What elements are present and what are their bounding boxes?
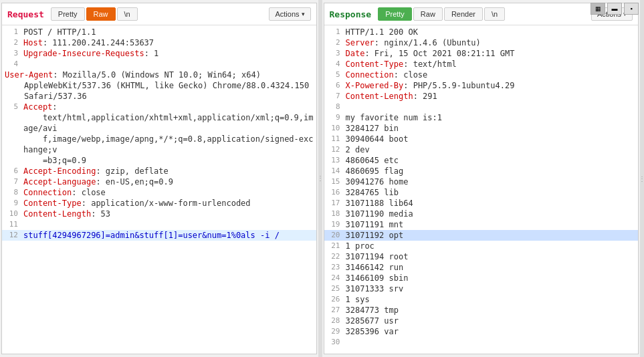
response-line-8: 8 — [324, 102, 639, 112]
response-line-9: 9 my favorite num is:1 — [324, 112, 639, 123]
response-line-5: 5 Connection: close — [324, 70, 639, 80]
request-line-10: 10 Content-Length: 53 — [2, 209, 316, 219]
response-line-28: 28 3285677 usr — [324, 316, 639, 326]
request-panel-header: Request Pretty Raw \n Actions — [2, 3, 316, 25]
request-line-12: 12 stuff[4294967296]=admin&stuff[1]=user… — [2, 230, 316, 241]
response-line-13: 13 4860645 etc — [324, 155, 639, 166]
request-line-4: 4 User-Agent: Mozilla/5.0 (Windows NT 10… — [2, 59, 316, 102]
response-line-22: 22 31071194 root — [324, 251, 639, 262]
response-tab-render[interactable]: Render — [444, 7, 483, 21]
response-line-15: 15 30941276 home — [324, 176, 639, 187]
request-tab-raw[interactable]: Raw — [86, 7, 116, 21]
request-line-9: 9 Content-Type: application/x-www-form-u… — [2, 198, 316, 209]
panel-divider[interactable]: ⋮ — [318, 0, 322, 357]
request-line-1: 1 POST / HTTP/1.1 — [2, 27, 316, 37]
view-toggle-buttons: ▦ ▬ ▪ — [591, 3, 639, 15]
response-line-6: 6 X-Powered-By: PHP/5.5.9-1ubuntu4.29 — [324, 80, 639, 91]
response-line-14: 14 4860695 flag — [324, 166, 639, 176]
request-panel: Request Pretty Raw \n Actions 1 POST / H… — [1, 3, 317, 354]
response-line-1: 1 HTTP/1.1 200 OK — [324, 27, 639, 37]
response-line-16: 16 3284765 lib — [324, 187, 639, 198]
request-line-3: 3 Upgrade-Insecure-Requests: 1 — [2, 48, 316, 59]
response-panel: Response Pretty Raw Render \n Actions 1 … — [324, 3, 639, 354]
right-handle: ⋮ — [640, 0, 644, 357]
request-line-2: 2 Host: 111.200.241.244:53637 — [2, 37, 316, 48]
split-view-button[interactable]: ▦ — [591, 3, 605, 15]
request-line-8: 8 Connection: close — [2, 187, 316, 198]
response-title: Response — [330, 9, 372, 19]
response-line-25: 25 31071333 srv — [324, 283, 639, 294]
request-actions-button[interactable]: Actions — [269, 7, 310, 21]
request-line-6: 6 Accept-Encoding: gzip, deflate — [2, 166, 316, 176]
response-line-26: 26 1 sys — [324, 294, 639, 305]
response-line-11: 11 30940644 boot — [324, 134, 639, 144]
response-line-20: 20 31071192 opt — [324, 230, 639, 241]
response-line-21: 21 1 proc — [324, 241, 639, 251]
response-line-24: 24 31466109 sbin — [324, 273, 639, 283]
response-line-30: 30 — [324, 337, 639, 348]
response-line-19: 19 31071191 mnt — [324, 219, 639, 230]
response-line-10: 10 3284127 bin — [324, 123, 639, 134]
mono-view-button[interactable]: ▬ — [607, 3, 622, 15]
request-content: 1 POST / HTTP/1.1 2 Host: 111.200.241.24… — [2, 25, 316, 354]
response-content: 1 HTTP/1.1 200 OK 2 Server: nginx/1.4.6 … — [324, 25, 639, 354]
response-line-2: 2 Server: nginx/1.4.6 (Ubuntu) — [324, 37, 639, 48]
request-line-5: 5 Accept: text/html,application/xhtml+xm… — [2, 102, 316, 166]
response-line-12: 12 2 dev — [324, 144, 639, 155]
request-tab-ln[interactable]: \n — [117, 7, 138, 21]
response-line-29: 29 3285396 var — [324, 326, 639, 337]
response-tab-pretty[interactable]: Pretty — [378, 7, 412, 21]
response-tab-ln[interactable]: \n — [484, 7, 505, 21]
request-line-7: 7 Accept-Language: en-US,en;q=0.9 — [2, 176, 316, 187]
request-title: Request — [7, 9, 44, 19]
request-line-11: 11 — [2, 219, 316, 230]
response-tab-raw[interactable]: Raw — [413, 7, 443, 21]
response-line-27: 27 3284773 tmp — [324, 305, 639, 316]
response-line-4: 4 Content-Type: text/html — [324, 59, 639, 70]
response-line-23: 23 31466142 run — [324, 262, 639, 273]
request-tab-pretty[interactable]: Pretty — [51, 7, 85, 21]
response-line-18: 18 31071190 media — [324, 209, 639, 219]
response-line-7: 7 Content-Length: 291 — [324, 91, 639, 102]
expand-view-button[interactable]: ▪ — [624, 3, 639, 15]
response-line-3: 3 Date: Fri, 15 Oct 2021 08:21:11 GMT — [324, 48, 639, 59]
response-line-17: 17 31071188 lib64 — [324, 198, 639, 209]
